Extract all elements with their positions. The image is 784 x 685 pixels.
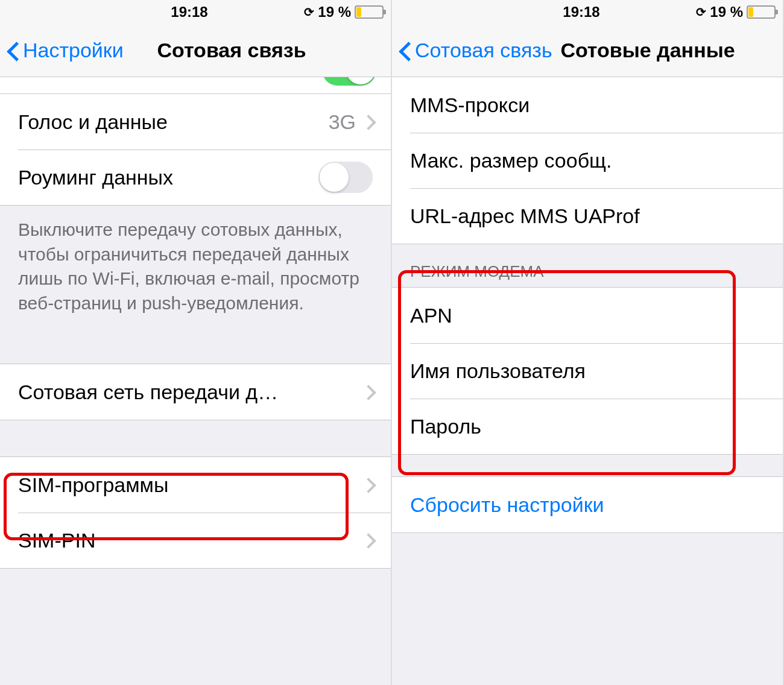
chevron-right-icon: [363, 384, 373, 400]
battery-percent: 19 %: [318, 4, 351, 21]
sim-apps-cell[interactable]: SIM-программы: [0, 457, 391, 513]
cell-label: MMS-прокси: [410, 93, 765, 117]
chevron-left-icon: [6, 39, 21, 63]
cell-label: Имя пользователя: [410, 359, 765, 383]
password-cell[interactable]: Пароль: [392, 399, 783, 454]
orientation-lock-icon: ⟳: [304, 5, 314, 19]
back-button[interactable]: Сотовая связь: [398, 39, 552, 63]
cell-label: APN: [410, 304, 765, 327]
back-button[interactable]: Настройки: [6, 39, 124, 63]
status-time: 19:18: [116, 4, 263, 21]
status-time: 19:18: [508, 4, 655, 21]
chevron-left-icon: [398, 39, 413, 63]
back-label: Настройки: [23, 39, 124, 62]
section-header-modem: РЕЖИМ МОДЕМА: [392, 244, 783, 287]
cell-label: Сбросить настройки: [410, 493, 765, 517]
battery-icon: [747, 5, 776, 19]
cellular-data-network-cell[interactable]: Сотовая сеть передачи д…: [0, 364, 391, 420]
sim-pin-cell[interactable]: SIM-PIN: [0, 513, 391, 568]
chevron-right-icon: [363, 113, 373, 130]
section-footer: Выключите передачу сотовых данных, чтобы…: [0, 206, 391, 327]
data-roaming-cell[interactable]: Роуминг данных: [0, 150, 391, 205]
screen-cellular-data: 19:18 ⟳ 19 % Сотовая связь Сотовые данны…: [392, 0, 784, 685]
mms-proxy-cell[interactable]: MMS-прокси: [392, 77, 783, 133]
max-message-size-cell[interactable]: Макс. размер сообщ.: [392, 133, 783, 188]
chevron-right-icon: [363, 476, 373, 493]
reset-settings-cell[interactable]: Сбросить настройки: [392, 477, 783, 532]
apn-cell[interactable]: APN: [392, 288, 783, 343]
cell-label: Макс. размер сообщ.: [410, 149, 765, 172]
cell-label: Сотовая сеть передачи д…: [18, 380, 363, 404]
chevron-right-icon: [363, 532, 373, 549]
back-label: Сотовая связь: [415, 39, 552, 62]
nav-bar: Настройки Сотовая связь: [0, 24, 391, 77]
cellular-data-toggle[interactable]: [322, 77, 376, 86]
cell-value: 3G: [329, 110, 356, 134]
orientation-lock-icon: ⟳: [696, 5, 706, 19]
battery-percent: 19 %: [710, 4, 743, 21]
cell-label: Голос и данные: [18, 110, 329, 134]
cell-label: URL-адрес MMS UAProf: [410, 204, 765, 228]
username-cell[interactable]: Имя пользователя: [392, 343, 783, 399]
cell-label: Пароль: [410, 415, 765, 438]
screen-cellular: 19:18 ⟳ 19 % Настройки Сотовая связь Гол…: [0, 0, 392, 685]
status-bar: 19:18 ⟳ 19 %: [392, 0, 783, 24]
cell-label: SIM-программы: [18, 473, 363, 497]
roaming-toggle[interactable]: [318, 162, 373, 193]
cell-label: SIM-PIN: [18, 529, 363, 552]
cell-label: Роуминг данных: [18, 166, 318, 189]
status-bar: 19:18 ⟳ 19 %: [0, 0, 391, 24]
voice-and-data-cell[interactable]: Голос и данные 3G: [0, 94, 391, 150]
mms-uaprof-cell[interactable]: URL-адрес MMS UAProf: [392, 188, 783, 244]
nav-bar: Сотовая связь Сотовые данные: [392, 24, 783, 77]
battery-icon: [355, 5, 384, 19]
